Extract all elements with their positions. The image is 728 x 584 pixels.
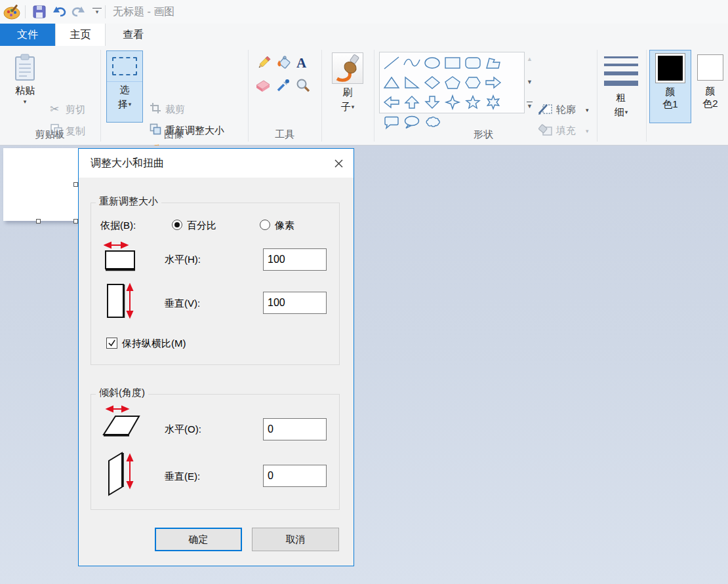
shape-polygon[interactable] [483,53,503,73]
shape-star-6[interactable] [483,92,503,112]
workspace: 调整大小和扭曲 重新调整大小 依据(B): 百分比 像素 [0,146,728,584]
scissors-icon: ✂ [50,102,59,116]
shape-line[interactable] [381,53,401,73]
shape-callout-cloud[interactable] [422,112,442,132]
magnifier-tool[interactable] [295,77,311,93]
text-tool[interactable]: A [296,55,306,71]
ribbon-tab-strip: 文件 主页 查看 [0,24,728,46]
canvas-resize-handle-right[interactable] [73,182,78,187]
ribbon: 粘贴 ▾ ✂ 剪切 复制 剪贴板 选 择▾ 裁剪 重新调整大小 [0,46,728,146]
divider [646,50,647,142]
shapes-gallery [379,52,525,113]
fill-tool[interactable] [275,55,293,71]
canvas-resize-handle-bottom[interactable] [36,219,41,224]
redo-icon [70,5,86,18]
color-picker-tool[interactable] [275,77,291,93]
crop-button[interactable]: 裁剪 [165,104,185,116]
chevron-down-icon: ▾ [352,104,355,110]
chevron-down-icon: ▾ [129,101,132,107]
shape-arrow-down[interactable] [422,92,442,112]
shape-star-5[interactable] [462,92,483,112]
quick-access-toolbar-dropdown[interactable]: ▾ [92,8,102,16]
divider [321,50,322,142]
scroll-down-icon[interactable]: ▼ [527,79,533,85]
resize-horizontal-icon [104,241,139,272]
resize-horizontal-input[interactable] [263,248,327,271]
skew-horizontal-input[interactable] [263,418,327,440]
shape-diamond[interactable] [422,73,442,92]
resize-vertical-input[interactable] [263,292,327,314]
color1-button[interactable]: 颜 色1 [649,50,691,123]
color1-swatch [655,53,685,83]
shape-callout-rectangle[interactable] [381,112,401,132]
shape-curve[interactable] [401,53,422,73]
chevron-down-icon: ▾ [24,98,27,105]
fill-shape-icon [538,123,554,136]
tab-home[interactable]: 主页 [55,24,106,46]
shape-callout-oval[interactable] [401,112,422,132]
outline-button[interactable]: 轮廓 [556,104,576,116]
resize-vertical-label: 垂直(V): [165,298,200,310]
save-button[interactable] [31,5,47,19]
shape-pentagon[interactable] [442,73,462,92]
radio-percentage[interactable] [172,220,182,230]
tab-file[interactable]: 文件 [0,24,55,46]
shape-right-triangle[interactable] [401,73,422,92]
divider [25,5,26,18]
brushes-button[interactable]: 刷 子▾ [327,50,369,125]
brush-icon [332,52,363,84]
save-floppy-icon [33,5,46,18]
cancel-button[interactable]: 取消 [252,528,339,551]
scroll-up-icon[interactable]: ▲ [527,56,533,62]
shape-rectangle[interactable] [442,53,462,73]
shape-arrow-right[interactable] [483,73,503,92]
size-label-line2: 细 [615,104,624,119]
canvas-resize-handle-corner[interactable] [73,219,78,224]
brushes-label-line2: 子 [341,99,351,114]
ok-button[interactable]: 确定 [155,528,242,551]
selection-rectangle-icon [112,57,137,75]
paste-button[interactable]: 粘贴 ▾ [7,50,43,125]
color1-label-line1: 颜 [666,86,676,98]
radio-percentage-label: 百分比 [187,220,216,232]
shape-rounded-rectangle[interactable] [462,53,483,73]
shape-ellipse[interactable] [422,53,442,73]
size-label-line1: 粗 [617,92,626,104]
shape-star-4[interactable] [442,92,462,112]
redo-button[interactable] [70,5,87,18]
chevron-down-icon: ▾ [586,128,589,134]
skew-vertical-label: 垂直(E): [165,471,200,483]
select-label-line1: 选 [120,84,130,96]
pencil-tool[interactable] [256,55,272,71]
shape-triangle[interactable] [381,73,401,92]
shape-hexagon[interactable] [462,73,483,92]
divider [105,5,106,18]
group-label-tools: 工具 [265,128,304,142]
select-button[interactable]: 选 择▾ [106,50,143,123]
divider [374,50,374,142]
eraser-tool[interactable] [254,79,271,93]
gallery-expand-icon[interactable]: ▼ [527,102,533,109]
shape-arrow-up[interactable] [401,92,422,112]
group-label-shapes: 形状 [459,128,508,142]
shape-arrow-left[interactable] [381,92,401,112]
color2-button[interactable]: 颜 色2 [694,50,727,123]
dialog-close-button[interactable] [323,149,354,178]
fill-button[interactable]: 填充 [556,125,576,137]
divider [248,50,249,142]
skew-group-title: 倾斜(角度) [96,387,148,399]
divider [597,50,597,142]
keep-aspect-checkbox[interactable] [106,338,117,349]
clipboard-icon [14,54,36,81]
paste-label: 粘贴 [15,85,35,97]
keep-aspect-label: 保持纵横比(M) [122,338,186,350]
tab-view[interactable]: 查看 [106,24,161,46]
drawing-canvas[interactable] [3,148,78,221]
brushes-label-line1: 刷 [343,87,353,99]
skew-vertical-input[interactable] [263,465,327,487]
group-label-image: 图像 [151,128,197,142]
size-button[interactable]: 粗 细▾ [601,50,641,125]
radio-pixels[interactable] [260,220,270,230]
undo-button[interactable] [51,5,68,18]
cut-button[interactable]: 剪切 [66,104,85,116]
